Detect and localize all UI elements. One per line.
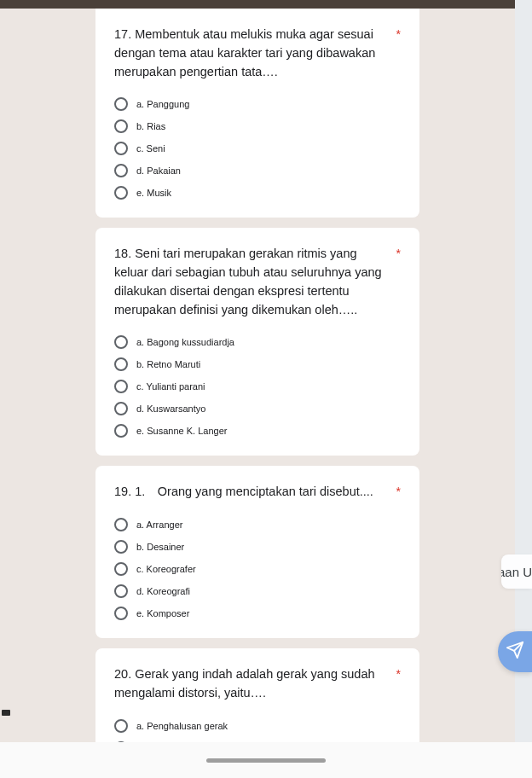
form-container: 17. Membentuk atau melukis muka agar ses… bbox=[95, 9, 419, 742]
question-card-19: 19. 1. Orang yang menciptakan tari diseb… bbox=[95, 466, 419, 638]
side-tab-label: aan U bbox=[501, 565, 532, 579]
radio-icon bbox=[114, 562, 128, 576]
option-label: a. Arranger bbox=[136, 520, 182, 530]
option-18-a[interactable]: a. Bagong kussudiardja bbox=[114, 331, 401, 353]
send-button[interactable] bbox=[498, 631, 532, 672]
question-label: 18. Seni tari merupakan gerakan ritmis y… bbox=[114, 247, 382, 316]
option-label: e. Susanne K. Langer bbox=[136, 426, 227, 436]
option-label: c. Koreografer bbox=[136, 564, 196, 574]
radio-icon bbox=[114, 186, 128, 200]
question-text: 17. Membentuk atau melukis muka agar ses… bbox=[114, 26, 401, 81]
question-text: 20. Gerak yang indah adalah gerak yang s… bbox=[114, 665, 401, 703]
option-19-a[interactable]: a. Arranger bbox=[114, 514, 401, 536]
form-scroll-area[interactable]: 17. Membentuk atau melukis muka agar ses… bbox=[0, 9, 515, 742]
option-18-d[interactable]: d. Kuswarsantyo bbox=[114, 398, 401, 420]
question-text: 18. Seni tari merupakan gerakan ritmis y… bbox=[114, 245, 401, 319]
option-17-d[interactable]: d. Pakaian bbox=[114, 160, 401, 182]
radio-icon bbox=[114, 380, 128, 393]
question-text: 19. 1. Orang yang menciptakan tari diseb… bbox=[114, 483, 401, 502]
question-label: 20. Gerak yang indah adalah gerak yang s… bbox=[114, 667, 375, 700]
side-tab[interactable]: aan U bbox=[501, 554, 532, 589]
option-label: d. Kuswarsantyo bbox=[136, 404, 205, 414]
radio-icon bbox=[114, 719, 128, 733]
option-label: a. Panggung bbox=[136, 99, 189, 109]
radio-icon bbox=[114, 119, 128, 133]
option-label: c. Yulianti parani bbox=[136, 381, 205, 392]
required-star-icon: * bbox=[396, 245, 401, 263]
paper-plane-icon bbox=[506, 641, 524, 663]
bottom-bar bbox=[0, 742, 532, 778]
question-card-18: 18. Seni tari merupakan gerakan ritmis y… bbox=[95, 228, 419, 456]
option-19-c[interactable]: c. Koreografer bbox=[114, 558, 401, 580]
option-label: e. Komposer bbox=[136, 608, 189, 618]
browser-top-bar bbox=[0, 0, 532, 9]
option-17-a[interactable]: a. Panggung bbox=[114, 93, 401, 115]
option-19-b[interactable]: b. Desainer bbox=[114, 536, 401, 558]
required-star-icon: * bbox=[396, 665, 401, 683]
question-card-20: 20. Gerak yang indah adalah gerak yang s… bbox=[95, 648, 419, 742]
option-18-e[interactable]: e. Susanne K. Langer bbox=[114, 420, 401, 442]
option-17-c[interactable]: c. Seni bbox=[114, 137, 401, 160]
option-19-d[interactable]: d. Koreografi bbox=[114, 580, 401, 602]
required-star-icon: * bbox=[396, 483, 401, 501]
option-17-b[interactable]: b. Rias bbox=[114, 115, 401, 137]
radio-icon bbox=[114, 142, 128, 155]
option-17-e[interactable]: e. Musik bbox=[114, 182, 401, 204]
option-label: b. Rias bbox=[136, 121, 165, 131]
required-star-icon: * bbox=[396, 26, 401, 44]
radio-icon bbox=[114, 164, 128, 177]
option-label: a. Penghalusan gerak bbox=[136, 721, 228, 731]
radio-icon bbox=[114, 357, 128, 371]
home-indicator[interactable] bbox=[206, 758, 326, 763]
option-label: b. Desainer bbox=[136, 542, 184, 552]
option-label: d. Koreografi bbox=[136, 586, 190, 596]
radio-icon bbox=[114, 97, 128, 111]
option-19-e[interactable]: e. Komposer bbox=[114, 602, 401, 624]
option-label: c. Seni bbox=[136, 143, 165, 154]
option-label: b. Retno Maruti bbox=[136, 359, 200, 369]
radio-icon bbox=[114, 584, 128, 598]
question-label: 17. Membentuk atau melukis muka agar ses… bbox=[114, 27, 375, 78]
radio-icon bbox=[114, 540, 128, 554]
notification-badge bbox=[2, 710, 10, 716]
option-label: e. Musik bbox=[136, 188, 171, 198]
option-18-b[interactable]: b. Retno Maruti bbox=[114, 353, 401, 375]
radio-icon bbox=[114, 335, 128, 349]
option-18-c[interactable]: c. Yulianti parani bbox=[114, 375, 401, 398]
option-label: a. Bagong kussudiardja bbox=[136, 337, 234, 347]
radio-icon bbox=[114, 424, 128, 438]
question-card-17: 17. Membentuk atau melukis muka agar ses… bbox=[95, 9, 419, 218]
option-20-a[interactable]: a. Penghalusan gerak bbox=[114, 715, 401, 737]
radio-icon bbox=[114, 607, 128, 620]
question-label: 19. 1. Orang yang menciptakan tari diseb… bbox=[114, 485, 373, 498]
radio-icon bbox=[114, 402, 128, 415]
radio-icon bbox=[114, 518, 128, 531]
option-label: d. Pakaian bbox=[136, 165, 181, 176]
